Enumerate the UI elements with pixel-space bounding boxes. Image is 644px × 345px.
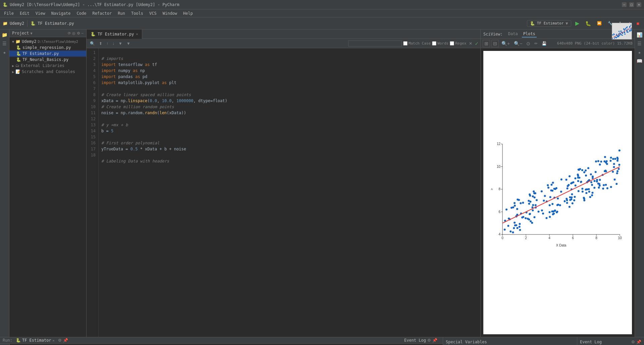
match-case-checkbox[interactable] xyxy=(403,41,408,46)
sciview-tab-plots[interactable]: Plots xyxy=(522,31,537,38)
py-file-icon-3: 🐍 xyxy=(16,57,21,62)
maximize-button[interactable]: □ xyxy=(629,2,634,7)
variables-panel: Special Variables ▶ ▣ b = {Variable} <tf… xyxy=(443,337,577,345)
project-locate-btn[interactable]: ◎ xyxy=(72,31,75,36)
regex-option[interactable]: Regex xyxy=(450,41,466,46)
run-settings-btn[interactable]: ⚙ xyxy=(58,338,62,343)
tree-item-tf-estimator[interactable]: 🐍 TF Estimator.py xyxy=(9,51,86,57)
match-case-label: Match Case xyxy=(409,41,431,46)
right-sidebar-documentation-icon[interactable]: 📖 xyxy=(636,57,644,65)
right-sidebar-favorites-icon[interactable]: ★ xyxy=(636,48,644,56)
menu-code[interactable]: Code xyxy=(74,10,89,16)
menu-tools[interactable]: Tools xyxy=(128,10,146,16)
project-sidebar-icon[interactable]: 📁 xyxy=(1,31,9,39)
nav-down-btn[interactable]: ↓ xyxy=(111,41,116,47)
eventlog-settings-btn[interactable]: ⚙ xyxy=(631,340,635,344)
debug-button[interactable]: 🐛 xyxy=(583,20,593,27)
plot-edit-btn[interactable]: ✏ xyxy=(533,40,539,47)
expand-arrow: ▼ xyxy=(12,40,14,44)
nav-up-btn[interactable]: ↑ xyxy=(105,41,110,47)
eventlog-pin-btn[interactable]: 📌 xyxy=(636,340,641,344)
run-with-coverage-button[interactable]: ⏩ xyxy=(595,20,604,26)
match-case-option[interactable]: Match Case xyxy=(403,41,431,46)
editor-tab-tf-estimator[interactable]: 🐍 TF Estimator.py ✕ xyxy=(87,29,142,39)
minimize-button[interactable]: — xyxy=(622,2,627,7)
tree-item-external-libraries[interactable]: ▶ 🗂 External Libraries xyxy=(9,63,86,69)
regex-checkbox[interactable] xyxy=(450,41,454,46)
tree-item-tf-neural[interactable]: 🐍 TF_Neural_Basics.py xyxy=(9,57,86,63)
project-panel: Project ▼ ⟳ ◎ ⚙ − ▼ 📁 Udemy2 D:\TensorFl… xyxy=(9,29,87,337)
stop-button[interactable]: ■ xyxy=(635,20,641,27)
project-minimize-btn[interactable]: − xyxy=(82,31,84,36)
sciview-tabs: Data Plots xyxy=(507,31,537,38)
menu-view[interactable]: View xyxy=(33,10,48,16)
event-log-pin-btn[interactable]: 📌 xyxy=(432,338,437,343)
run-panel: Run: 🐍 TF Estimator ✕ ⚙ 📌 Event Log ⚙ 📌 … xyxy=(0,337,443,345)
close-button[interactable]: ✕ xyxy=(637,2,641,7)
right-sidebar-sciview-icon[interactable]: 📊 xyxy=(636,31,644,39)
menu-edit[interactable]: Edit xyxy=(17,10,32,16)
menu-help[interactable]: Help xyxy=(180,10,196,16)
project-sync-btn[interactable]: ⟳ xyxy=(68,31,71,36)
main-layout: 📁 ☰ ★ Project ▼ ⟳ ◎ ⚙ − ▼ 📁 Udemy2 D:\Te… xyxy=(0,29,644,337)
run-tab-close[interactable]: ✕ xyxy=(53,339,55,342)
run-tab-icon: 🐍 xyxy=(16,338,21,343)
menu-window[interactable]: Window xyxy=(160,10,180,16)
tree-root-label: Udemy2 xyxy=(22,39,36,44)
search-input[interactable] xyxy=(348,41,402,47)
regex-label: Regex xyxy=(455,41,466,46)
tree-item-root[interactable]: ▼ 📁 Udemy2 D:\TensorFlow\Udemy2 xyxy=(9,39,86,45)
replace-btn[interactable]: ⬆ xyxy=(98,41,104,47)
titlebar-controls: — □ ✕ xyxy=(622,2,641,7)
open-file-name: TF Estimator.py xyxy=(38,21,74,26)
external-lib-icon: 🗂 xyxy=(15,63,19,68)
project-settings-btn[interactable]: ⚙ xyxy=(77,31,80,36)
menu-file[interactable]: File xyxy=(1,10,16,16)
right-sidebar-structure-icon[interactable]: ☰ xyxy=(636,40,644,48)
sciview-title: SciView: xyxy=(483,32,503,37)
eventlog-header: Event Log ⚙ 📌 xyxy=(577,337,644,345)
plot-zoom-reset-btn[interactable]: ⊙ xyxy=(525,40,532,47)
menu-run[interactable]: Run xyxy=(115,10,128,16)
search-btn[interactable]: 🔍 xyxy=(89,41,96,47)
scatter-plot-canvas xyxy=(489,137,627,248)
tab-icon: 🐍 xyxy=(91,32,96,37)
code-editor[interactable]: 12345 678910 1112131415 161718 # imports… xyxy=(87,48,480,337)
tree-tf-estimator-label: TF Estimator.py xyxy=(22,51,59,56)
run-config[interactable]: 🐍 TF Estimator ▼ xyxy=(527,20,571,27)
event-log-settings-btn[interactable]: ⚙ xyxy=(427,338,431,343)
tree-ext-lib-label: External Libraries xyxy=(21,63,64,68)
run-output: 2018-04-25 20:33:36.950482: I T:\src\git… xyxy=(10,344,443,345)
run-tab-label: TF Estimator xyxy=(22,338,51,343)
root-folder-icon: 📁 xyxy=(15,39,20,44)
favorites-sidebar-icon[interactable]: ★ xyxy=(1,48,9,56)
plot-fit-btn[interactable]: ⊞ xyxy=(483,40,490,47)
structure-sidebar-icon[interactable]: ☰ xyxy=(1,40,9,48)
py-file-icon: 🐍 xyxy=(16,45,21,50)
eventlog-title: Event Log xyxy=(580,340,602,344)
project-folder-icon: 📁 xyxy=(3,21,8,26)
words-checkbox[interactable] xyxy=(432,41,436,46)
run-header-right: ⚙ 📌 xyxy=(58,338,68,343)
code-content[interactable]: # imports ◉import tensorflow as tf impor… xyxy=(99,48,480,337)
tab-close-button[interactable]: ✕ xyxy=(136,32,138,36)
run-pin-btn[interactable]: 📌 xyxy=(63,338,68,343)
run-button[interactable]: ▶ xyxy=(573,19,581,27)
filter-btn[interactable]: ▼ xyxy=(117,41,124,47)
words-option[interactable]: Words xyxy=(432,41,448,46)
menu-vcs[interactable]: VCS xyxy=(147,10,159,16)
run-tab-estimator[interactable]: 🐍 TF Estimator ✕ xyxy=(14,337,56,343)
close-search-btn[interactable]: ✕ xyxy=(468,41,474,47)
tree-item-scratches[interactable]: ▶ 📝 Scratches and Consoles xyxy=(9,69,86,75)
plot-zoom-out-btn[interactable]: 🔍− xyxy=(513,40,524,47)
event-log-section: Event Log ⚙ 📌 xyxy=(404,338,437,343)
sciview-tab-data[interactable]: Data xyxy=(507,31,519,38)
plot-grid-btn[interactable]: ⊟ xyxy=(491,40,499,47)
plot-save-btn[interactable]: 💾 xyxy=(540,40,548,47)
project-label: Project xyxy=(12,31,29,36)
plot-zoom-in-btn[interactable]: 🔍+ xyxy=(500,40,511,47)
more-options-btn[interactable]: ▼ xyxy=(125,41,132,47)
menu-navigate[interactable]: Navigate xyxy=(49,10,73,16)
menu-refactor[interactable]: Refactor xyxy=(90,10,114,16)
tree-item-simple-regression[interactable]: 🐍 simple_regression.py xyxy=(9,45,86,51)
